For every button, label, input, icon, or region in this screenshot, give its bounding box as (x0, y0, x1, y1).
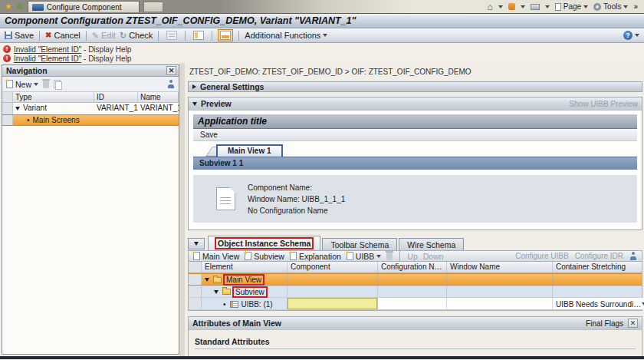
window-name-cell[interactable] (447, 298, 553, 309)
attributes-close-button[interactable]: ✕ (628, 319, 638, 328)
column-id[interactable]: ID (94, 92, 138, 102)
sap-icon (32, 4, 44, 11)
home-icon[interactable]: ⌂ (487, 2, 492, 12)
error-link[interactable]: Invalid "Element ID" (14, 45, 81, 54)
navigation-close-button[interactable]: ✕ (166, 66, 176, 75)
column-element[interactable]: Element (202, 262, 288, 272)
schema-row-uibb[interactable]: •UIBB: (1) UIBB Needs Surrounding Contai… (189, 298, 642, 310)
document-icon (216, 187, 235, 210)
gear-icon (593, 3, 601, 11)
content-area: ZTEST_OIF_DEMO: ZTEST_OIF_DEMO_ID > OIF:… (185, 63, 644, 356)
schema-row-main-view[interactable]: Main View (189, 273, 642, 286)
preview-save-button[interactable]: Save (193, 129, 637, 141)
new-button[interactable]: New (6, 80, 38, 89)
copy-icon (54, 80, 61, 88)
add-uibb-button[interactable]: UIBB (347, 252, 382, 261)
uibb-grid-icon (230, 301, 238, 308)
edit-button: ✎Edit (92, 31, 116, 40)
page-title: Component Configuration ZTEST_OIF_CONFIG… (5, 15, 356, 26)
final-flags-link[interactable]: Final Flags (586, 319, 623, 328)
tabstrip-dropdown-button[interactable] (188, 238, 205, 249)
standard-attributes-title: Standard Attributes (195, 337, 636, 349)
navigation-toolbar: New (2, 77, 179, 92)
attributes-title: Attributes of Main View (192, 319, 281, 328)
navigation-table: Type ID Name Variant VARIANT_1 VARIANT_1… (2, 92, 179, 354)
additional-functions-button[interactable]: Additional Functions (245, 31, 327, 40)
add-explanation-button[interactable]: Explanation (290, 252, 341, 261)
help-icon: ? (623, 31, 632, 40)
add-favorite-icon[interactable]: ★ (16, 2, 24, 11)
column-component[interactable]: Component (288, 262, 378, 272)
expander-icon[interactable] (205, 278, 209, 282)
navigation-title: Navigation (6, 66, 48, 75)
tab-wire-schema[interactable]: Wire Schema (399, 238, 464, 250)
save-button[interactable]: Save (5, 31, 34, 40)
favorites-star-icon[interactable]: ★ (5, 2, 12, 11)
help-button[interactable]: ? (623, 31, 639, 40)
cancel-button[interactable]: ✖Cancel (45, 31, 80, 40)
column-container-stretching[interactable]: Container Stretching (553, 262, 642, 272)
page-menu[interactable]: Page (555, 2, 588, 11)
attributes-header: Attributes of Main View Final Flags ✕ (189, 317, 642, 330)
schema-personalize-icon[interactable] (629, 252, 637, 260)
tab-toolbar-schema[interactable]: Toolbar Schema (322, 238, 397, 250)
nav-row-variant[interactable]: Variant VARIANT_1 VARIANT_1 (2, 103, 179, 114)
column-configuration-name[interactable]: Configuration Name (378, 262, 447, 272)
home-dropdown[interactable] (498, 5, 503, 8)
personalize-icon[interactable] (167, 80, 175, 88)
breadcrumb: ZTEST_OIF_DEMO: ZTEST_OIF_DEMO_ID > OIF:… (189, 68, 642, 76)
page-title-bar: Component Configuration ZTEST_OIF_CONFIG… (0, 14, 644, 28)
new-tab-button[interactable] (143, 2, 163, 12)
rss-icon[interactable] (508, 3, 515, 10)
up-button: Up (407, 252, 417, 261)
schema-table-header: Element Component Configuration Name Win… (189, 262, 642, 273)
page-icon (555, 3, 561, 11)
navigation-panel: Navigation ✕ New Type ID Name Variant VA… (2, 64, 179, 355)
print-icon[interactable] (531, 4, 540, 10)
nav-row-main-screens[interactable]: •Main Screens (2, 114, 179, 126)
rss-dropdown[interactable] (521, 5, 525, 8)
column-name[interactable]: Name (138, 92, 179, 102)
configuration-name-cell[interactable] (378, 298, 447, 309)
check-icon: ↻ (120, 31, 127, 40)
general-settings-header[interactable]: General Settings (188, 81, 642, 92)
save-icon (5, 31, 12, 39)
tools-menu[interactable]: Tools (593, 2, 628, 11)
schema-row-subview[interactable]: Subview (189, 286, 642, 298)
column-type[interactable]: Type (13, 92, 94, 102)
layout-rows-icon (166, 31, 177, 40)
show-uibb-preview-link: Show UIBB Preview (570, 100, 638, 108)
window-bottom-edge (0, 356, 644, 359)
layout-bottom-panel-button[interactable] (218, 29, 233, 41)
check-button[interactable]: ↻Check (120, 31, 153, 40)
subview-bar: Subview 1 1 (193, 157, 637, 170)
application-title-bar: Application title (193, 114, 637, 129)
panel-splitter[interactable] (179, 63, 185, 356)
error-link[interactable]: Invalid "Element ID" (14, 54, 81, 63)
layout-left-panel-button[interactable] (191, 29, 206, 41)
down-button: Down (423, 252, 444, 261)
schema-toolbar: Main View Subview Explanation UIBB Up Do… (188, 250, 642, 262)
expander-icon[interactable] (214, 290, 219, 294)
preview-header[interactable]: Preview Show UIBB Preview (189, 97, 642, 111)
main-view-tab[interactable]: Main View 1 (216, 144, 283, 157)
column-window-name[interactable]: Window Name (447, 262, 553, 272)
overflow-chevron[interactable]: » (633, 2, 638, 11)
add-subview-button[interactable]: Subview (245, 252, 284, 261)
add-main-view-button[interactable]: Main View (193, 252, 239, 261)
tab-object-instance-schema[interactable]: Object Instance Schema (208, 236, 320, 250)
uibb-component-name: Component Name: (248, 182, 345, 193)
component-cell[interactable] (288, 298, 378, 309)
cancel-icon: ✖ (45, 31, 51, 39)
bullet-icon: • (27, 116, 30, 124)
browser-chrome: ★ ★ Configure Component ⌂ Page Tools » (0, 0, 644, 14)
browser-tab[interactable]: Configure Component (28, 1, 140, 12)
container-stretching-select[interactable]: UIBB Needs Surrounding Containers to b..… (553, 298, 644, 309)
new-doc-icon (6, 80, 13, 88)
uibb-window-name: Window Name: UIBB_1_1_1 (248, 193, 345, 205)
configure-idr-button: Configure IDR (575, 252, 623, 260)
print-dropdown[interactable] (545, 5, 550, 8)
uibb-placeholder: Component Name: Window Name: UIBB_1_1_1 … (193, 175, 637, 223)
expander-icon[interactable] (15, 107, 20, 111)
navigation-table-header: Type ID Name (2, 92, 179, 103)
